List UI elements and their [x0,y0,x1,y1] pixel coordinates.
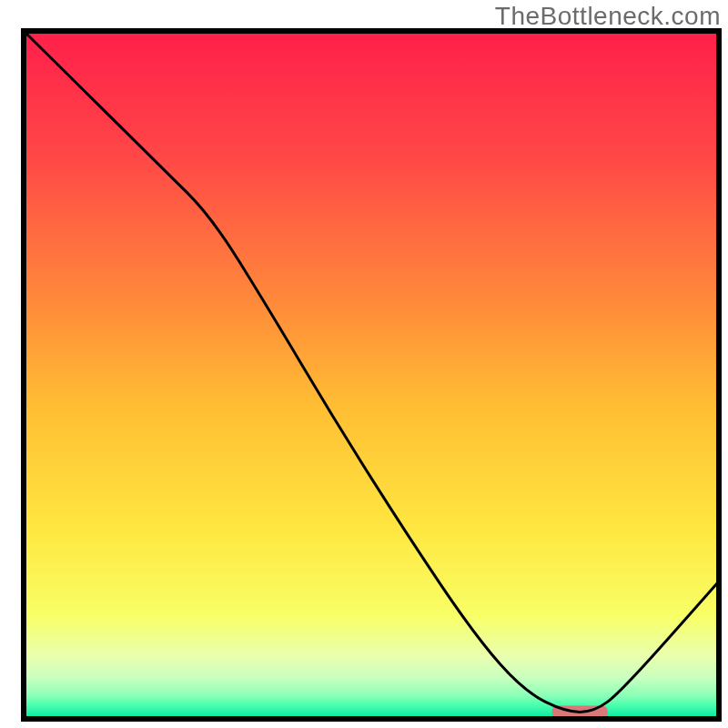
watermark-text: TheBottleneck.com [495,2,721,31]
bottleneck-chart [0,0,728,728]
chart-container: TheBottleneck.com [0,0,728,728]
plot-area [24,31,719,719]
